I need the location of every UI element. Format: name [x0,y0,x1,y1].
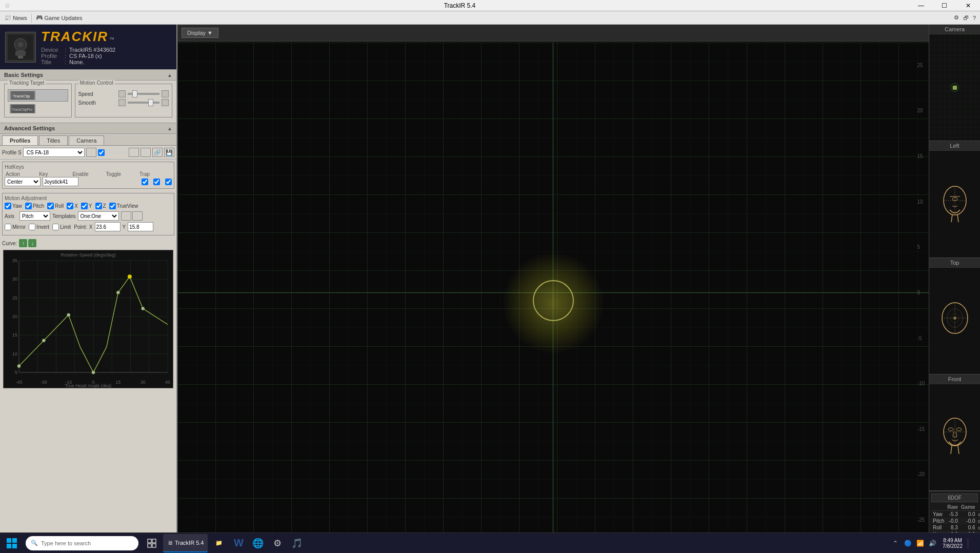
help-icon-btn[interactable]: ? [973,15,976,21]
smooth-thumb[interactable] [148,99,153,106]
x-checkbox-label[interactable]: X [67,203,78,209]
svg-rect-40 [148,539,151,543]
profile-dropdown[interactable]: CS FA-18 [23,148,85,157]
app6-icon[interactable]: 🎵 [288,534,306,552]
display-area: Display ▼ [177,25,929,553]
mirror-checkbox[interactable] [5,224,11,230]
network-icon[interactable]: 📶 [915,538,925,548]
z-checkbox[interactable] [95,203,102,209]
svg-rect-42 [148,544,151,547]
hotkey-key-input[interactable] [43,177,78,186]
show-desktop-btn[interactable] [968,538,976,548]
toggle-checkbox[interactable] [153,179,160,185]
roll-checkbox-label[interactable]: Roll [47,203,64,209]
axis-select[interactable]: Pitch [19,211,50,221]
y-input[interactable] [128,222,153,231]
pitch-checkbox[interactable] [25,203,32,209]
svg-line-21 [951,214,952,222]
task-view-btn[interactable] [143,534,161,552]
curve-up-btn[interactable]: ↑ [19,239,27,247]
trueview-checkbox[interactable] [109,203,116,209]
basic-settings-header[interactable]: Basic Settings ▲ [0,69,176,81]
svg-line-35 [958,446,959,454]
curve-canvas[interactable] [4,250,173,388]
search-bar[interactable]: 🔍 Type here to search [26,536,138,550]
mirror-label[interactable]: Mirror [5,224,26,230]
y-label: Y [123,224,126,230]
save-icon-btn[interactable]: 💾 [164,148,174,157]
x-input[interactable] [95,222,121,231]
exclusive-checkbox[interactable] [98,149,105,156]
invert-checkbox[interactable] [29,224,35,230]
system-clock[interactable]: 8:49 AM 7/8/2022 [939,538,966,549]
clock-time: 8:49 AM [943,538,962,543]
smooth-row: Smooth 43 − + [78,99,169,106]
speaker-icon[interactable]: 🔊 [927,538,937,548]
axis-move-btn[interactable]: ✛ [121,211,131,221]
tab-profiles[interactable]: Profiles [2,135,38,145]
display-toolbar: Display ▼ [177,25,929,42]
advanced-collapse-icon[interactable]: ▲ [167,126,172,131]
limit-checkbox[interactable] [52,224,59,230]
news-button[interactable]: 📰 News [4,14,27,21]
maximize-button[interactable]: ☐ [933,0,956,11]
link-icon-btn[interactable]: 🔗 [152,148,163,157]
motion-checkboxes: Yaw Pitch Roll X Y Z TrueView [5,203,172,209]
y-checkbox-label[interactable]: Y [81,203,92,209]
word-icon[interactable]: W [229,534,248,552]
tab-camera[interactable]: Camera [69,135,104,145]
tracking-target-group: Tracking Target TrackClip TrackClipPro [4,84,72,117]
enable-checkbox[interactable] [142,179,148,185]
roll-checkbox[interactable] [47,203,54,209]
profile-menu-btn[interactable]: ▼ [86,148,96,157]
active-app-button[interactable]: 🖥 TrackIR 5.4 [163,534,208,552]
trackclippro-option[interactable]: TrackClipPro [8,103,68,115]
curve-down-btn[interactable]: ↓ [28,239,36,247]
yaw-checkbox-label[interactable]: Yaw [5,203,22,209]
tray-up-arrow[interactable]: ⌃ [890,538,901,548]
bluetooth-icon[interactable]: 🔵 [903,538,913,548]
move-icon-btn[interactable]: ✛ [129,148,139,157]
collapse-icon[interactable]: ▲ [167,72,172,78]
advanced-settings-header[interactable]: Advanced Settings ▲ [0,123,176,134]
edge-icon[interactable]: 🌐 [249,534,267,552]
smooth-decrease-btn[interactable]: − [118,99,126,106]
trap-checkbox[interactable] [165,179,172,185]
speed-decrease-btn[interactable]: − [118,90,126,97]
window-icon-btn[interactable]: 🗗 [963,15,969,21]
pitch-checkbox-label[interactable]: Pitch [25,203,44,209]
tab-titles[interactable]: Titles [39,135,68,145]
display-button[interactable]: Display ▼ [182,28,218,38]
limit-label[interactable]: Limit [52,224,71,230]
svg-rect-4 [18,56,23,58]
x-checkbox[interactable] [67,203,73,209]
svg-line-34 [951,446,952,454]
app5-icon[interactable]: ⚙ [268,534,287,552]
axis-copy-btn[interactable]: ⊞ [132,211,143,221]
smooth-slider[interactable] [128,102,159,104]
file-explorer-icon[interactable]: 📁 [210,534,228,552]
minimize-button[interactable]: — [909,0,933,11]
trackclip-option[interactable]: TrackClip [8,89,68,102]
trueview-checkbox-label[interactable]: TrueView [109,203,138,209]
copy-icon-btn[interactable]: ⊞ [141,148,151,157]
smooth-increase-btn[interactable]: + [162,99,169,106]
hotkey-action-select[interactable]: Center [5,177,41,186]
speed-thumb[interactable] [132,90,137,97]
speed-slider[interactable] [128,93,159,95]
curve-header: Curve: ↑ ↓ [2,239,174,247]
settings-icon-btn[interactable]: ⚙ [954,14,959,21]
z-checkbox-label[interactable]: Z [95,203,106,209]
taskbar-icons [141,534,163,552]
close-button[interactable]: ✕ [956,0,980,11]
y-checkbox[interactable] [81,203,88,209]
exclusive-checkbox-label[interactable]: Exclusive [98,149,127,156]
speed-increase-btn[interactable]: + [162,90,169,97]
trackclippro-icon: TrackClipPro [10,104,35,113]
yaw-checkbox[interactable] [5,203,11,209]
templates-select[interactable]: One:One [78,211,119,221]
game-updates-button[interactable]: 🎮 Game Updates [36,14,83,21]
svg-rect-39 [12,544,17,548]
start-button[interactable] [0,533,24,554]
invert-label[interactable]: Invert [29,224,49,230]
